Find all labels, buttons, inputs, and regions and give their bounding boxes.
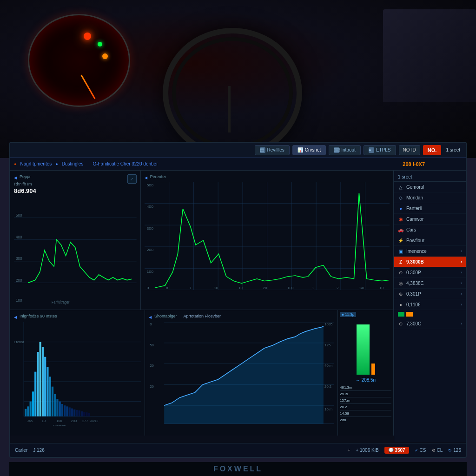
diamond-icon: ◇	[398, 195, 403, 200]
svg-rect-71	[81, 411, 83, 416]
top-bar: ▤ Revillles 📊 Crvsnet ⌨ Intbout ● ETPLS …	[10, 143, 466, 158]
sidebar-item-cars[interactable]: 🚗 Cars	[394, 225, 466, 235]
svg-text:0: 0	[150, 322, 152, 326]
svg-text:Fanfultrager: Fanfultrager	[52, 300, 70, 304]
svg-rect-72	[83, 412, 85, 416]
orange-bar	[371, 364, 375, 375]
chart-bl-dot: ◀	[14, 315, 17, 319]
steering-spoke	[228, 86, 231, 132]
svg-text:400: 400	[146, 205, 153, 209]
svg-text:10.m: 10.m	[324, 407, 332, 411]
svg-rect-65	[66, 406, 68, 416]
top-charts-row: ◀ Peppr Rhnifh Im 8d6.904 ⤢	[10, 171, 394, 310]
svg-text:100: 100	[16, 298, 22, 303]
ring-icon: ◎	[398, 280, 403, 286]
chart-br-canvas: 0 50 20 20 1035 125 40.m 20.2 10.m	[149, 322, 334, 426]
status-cl-icon: ⚙ CL	[432, 448, 443, 453]
triangle-icon: △	[398, 184, 403, 190]
chart-br-title: Shontaoiger	[154, 314, 177, 318]
expand-icon-tl[interactable]: ⤢	[127, 174, 137, 184]
sidebar-item-0300p[interactable]: ⊙ 0.300P ›	[394, 267, 466, 278]
sidebar-item-01106[interactable]: ● 0,1106 ›	[394, 299, 466, 310]
tab-revillles-label: Revillles	[267, 147, 284, 152]
status-carler: Carler	[15, 448, 27, 453]
tab-revillles[interactable]: ▤ Revillles	[255, 145, 290, 155]
chart-tl-subtitle: Rhnifh Im	[14, 182, 137, 186]
status-bar: Carler J 126 + + 1006 KiB 💬 3507 ✓ CS ⚙ …	[10, 443, 466, 457]
status-num: 125	[453, 448, 461, 453]
tab-crvsnet[interactable]: 📊 Crvsnet	[292, 145, 326, 155]
svg-text:200: 200	[16, 278, 22, 283]
right-panel-bg	[383, 9, 476, 102]
svg-text:40.m: 40.m	[324, 364, 332, 368]
0301p-arrow: ›	[461, 291, 462, 296]
chart-bottom-left: ◀ Inignfodze 90 Instes	[10, 310, 145, 436]
sidebar-item-camwor[interactable]: ◉ Camwor	[394, 214, 466, 225]
chart-bottom-right: ◀ Shontaoiger Aprtotation Ficevber	[145, 310, 338, 436]
z9300-arrow: ›	[461, 259, 462, 264]
svg-rect-73	[86, 412, 87, 416]
status-cl: CL	[437, 448, 443, 453]
svg-rect-48	[25, 409, 26, 416]
sidebar-7300c-label: 7,300C	[406, 321, 421, 326]
status-cs-icon: ✓ CS	[415, 448, 426, 453]
chart-tr-arrow: ◀	[145, 176, 147, 180]
dot-circle-icon: ⊙	[398, 321, 403, 326]
status-messages-count: 3507	[395, 448, 405, 453]
circle-icon: ●	[369, 147, 374, 153]
0300p-arrow: ›	[461, 270, 462, 275]
val-row-4: 20.2	[340, 404, 391, 410]
svg-rect-50	[30, 402, 32, 416]
tab-etpls[interactable]: ● ETPLS	[364, 145, 396, 155]
svg-marker-98	[164, 326, 324, 423]
svg-text:300: 300	[16, 256, 22, 261]
steering-wheel-inner	[172, 37, 293, 149]
svg-rect-52	[34, 372, 36, 416]
sidebar-01106-label: 0,1106	[406, 302, 421, 307]
svg-rect-61	[56, 399, 58, 416]
status-num-icon: ↻ 125	[448, 448, 461, 453]
sidebar-item-0301p[interactable]: ⊕ 0.301P ›	[394, 289, 466, 299]
gear-icon: ⚙	[432, 448, 436, 453]
checkmark-icon: ✓	[415, 448, 418, 453]
svg-rect-66	[69, 407, 71, 416]
svg-text:277: 277	[82, 419, 88, 423]
sidebar-item-gemoral[interactable]: △ Gemoral	[394, 182, 466, 192]
sidebar-item-fanterli[interactable]: ● Fanterli	[394, 203, 466, 214]
svg-text:1: 1	[312, 286, 314, 290]
settings-icon: ⌨	[334, 147, 339, 153]
left-sub-text: G-Fanificatie Cher 3220 denber	[93, 161, 158, 166]
sidebar-item-7300c[interactable]: ⊙ 7,300C ›	[394, 318, 466, 329]
notd-button[interactable]: NOTD	[399, 145, 420, 155]
chart-top-right: ◀ Perenter	[141, 171, 394, 310]
imenence-arrow: ›	[461, 249, 462, 253]
43838c-arrow: ›	[461, 281, 462, 285]
left-gauge	[28, 14, 130, 107]
status-plus: +	[348, 448, 350, 453]
tag1: ●	[14, 162, 16, 166]
01106-arrow: ›	[461, 302, 462, 307]
status-cs: CS	[420, 448, 426, 453]
svg-text:100: 100	[146, 270, 153, 274]
sidebar-item-imenence[interactable]: ▣ Imenence ›	[394, 246, 466, 257]
svg-text:50: 50	[150, 343, 154, 347]
blue-circle-icon: ●	[398, 205, 403, 211]
sidebar-item-powflour[interactable]: ⚡ Powflour	[394, 235, 466, 246]
svg-rect-55	[42, 347, 44, 416]
tab-intbout[interactable]: ⌨ Intbout	[329, 145, 361, 155]
tab-etpls-label: ETPLS	[376, 147, 391, 152]
legend-row	[394, 310, 466, 318]
circle-dot-icon: ⊙	[398, 270, 403, 275]
no-button[interactable]: NO.	[423, 145, 442, 155]
orange-indicator-light	[102, 53, 108, 59]
green-indicator-light	[98, 42, 102, 46]
sidebar-0301p-label: 0.301P	[406, 291, 421, 297]
tab-intbout-label: Intbout	[341, 147, 356, 152]
sidebar-item-mondan[interactable]: ◇ Mondan	[394, 192, 466, 203]
sidebar-item-43838c[interactable]: ◎ 4,3838C ›	[394, 278, 466, 289]
chart-br-subtitle: Aprtotation Ficevber	[184, 314, 221, 318]
sidebar-item-z9300[interactable]: Z 9.3000B ›	[394, 257, 466, 267]
svg-text:20: 20	[150, 364, 154, 368]
bottom-charts-row: ◀ Inignfodze 90 Instes	[10, 310, 394, 436]
nagrl-tag: Nagrl tpmentes	[20, 161, 52, 166]
